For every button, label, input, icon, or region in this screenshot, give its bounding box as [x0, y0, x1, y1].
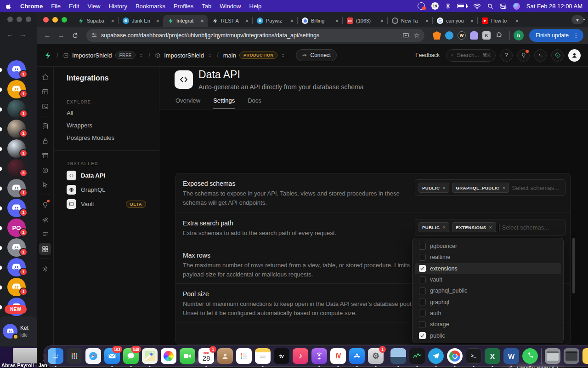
exposed-schemas-input[interactable]: PUBLIC×GRAPHQL_PUBLIC×Select schemas... — [415, 179, 565, 196]
search-input[interactable]: Search... ⌘K — [446, 49, 496, 62]
chevrons-updown-icon[interactable] — [207, 53, 212, 58]
tab-close-icon[interactable]: × — [469, 18, 475, 24]
dock-reminders[interactable] — [236, 348, 252, 364]
feedback-button[interactable]: Feedback — [415, 52, 440, 58]
address-bar[interactable]: supabase.com/dashboard/project/uhivnbfjg… — [86, 29, 424, 42]
tab-close-icon[interactable]: × — [514, 18, 520, 24]
menu-edit[interactable]: Edit — [69, 3, 79, 10]
unchecked-checkbox[interactable] — [419, 243, 426, 250]
apple-logo-icon[interactable] — [6, 2, 12, 10]
discord-server[interactable]: 1 — [0, 139, 37, 159]
dock-photos[interactable] — [161, 348, 176, 364]
menu-history[interactable]: History — [108, 3, 127, 10]
dock-safari[interactable] — [85, 348, 101, 364]
menu-profiles[interactable]: Profiles — [174, 3, 193, 10]
discord-server[interactable]: 1 — [0, 277, 37, 297]
spotlight-icon[interactable] — [487, 2, 493, 10]
zoom-window-button[interactable] — [62, 17, 67, 23]
installed-item-vault[interactable]: Vault BETA — [54, 197, 159, 211]
unchecked-checkbox[interactable] — [419, 299, 426, 305]
rail-item-table-editor[interactable] — [39, 86, 51, 98]
dock-news[interactable]: N — [330, 348, 346, 364]
dock-notes[interactable] — [255, 348, 271, 364]
menu-bookmarks[interactable]: Bookmarks — [136, 3, 165, 10]
wallet-icon[interactable]: W — [458, 31, 466, 40]
browser-tab[interactable]: Billing × — [298, 15, 342, 27]
schema-chip[interactable]: EXTENSIONS× — [452, 222, 496, 232]
install-app-icon[interactable] — [402, 32, 409, 39]
dock-settings[interactable]: ⚙ 1 — [368, 348, 384, 364]
dock-maps[interactable] — [142, 348, 158, 364]
dock-podcasts[interactable] — [311, 348, 327, 364]
unchecked-checkbox[interactable] — [419, 254, 426, 261]
dock-calendar[interactable]: FEB28 1 — [198, 348, 214, 364]
notifications-button[interactable] — [517, 49, 530, 62]
schema-option-realtime[interactable]: realtime — [415, 252, 561, 263]
schema-option-auth[interactable]: auth — [415, 308, 561, 319]
forward-button[interactable]: → — [55, 29, 67, 41]
dock-word[interactable]: W — [503, 348, 519, 364]
installed-item-graphql[interactable]: GraphQL — [54, 183, 159, 197]
org-breadcrumb[interactable]: ImpostorShield FREE — [63, 52, 144, 59]
rail-item-integrations[interactable] — [39, 243, 51, 255]
screen-record-icon[interactable] — [418, 2, 425, 10]
reload-button[interactable] — [69, 29, 81, 41]
tab-close-icon[interactable]: × — [379, 18, 384, 24]
dock-terminal[interactable]: >_ — [466, 348, 481, 364]
dock-contacts[interactable] — [217, 348, 233, 364]
menu-view[interactable]: View — [87, 3, 100, 10]
dock-mail[interactable]: 103 — [104, 348, 120, 364]
tab-settings[interactable]: Settings — [213, 97, 235, 109]
control-center-icon[interactable] — [500, 2, 507, 10]
tab-close-icon[interactable]: × — [424, 18, 430, 24]
rail-item-auth[interactable] — [39, 135, 51, 147]
schema-option-extensions[interactable]: extensions — [415, 263, 561, 274]
menu-chrome[interactable]: Chrome — [20, 3, 43, 10]
checked-checkbox[interactable] — [419, 265, 426, 272]
help-button[interactable]: ? — [500, 49, 513, 62]
site-settings-icon[interactable] — [91, 32, 97, 39]
tab-close-icon[interactable]: × — [289, 18, 294, 24]
dock-appstore[interactable] — [349, 348, 365, 364]
browser-tab[interactable]: Integrat × — [163, 15, 208, 27]
tab-close-icon[interactable]: × — [155, 18, 160, 24]
dock-appletv[interactable]: tv — [274, 348, 289, 364]
rail-item-realtime[interactable] — [39, 179, 51, 191]
menu-file[interactable]: File — [51, 3, 61, 10]
discord-server[interactable]: 1 — [0, 119, 37, 139]
project-breadcrumb[interactable]: ImpostorShield — [155, 52, 212, 59]
remove-chip-icon[interactable]: × — [502, 185, 505, 190]
schema-option-graphql_public[interactable]: graphql_public — [415, 285, 561, 296]
browser-profile-avatar[interactable]: b — [514, 30, 524, 40]
remove-chip-icon[interactable]: × — [489, 224, 492, 230]
browser-tab[interactable]: 1k+ (1063) × — [343, 15, 387, 27]
connect-button[interactable]: Connect — [296, 49, 337, 61]
metamask-icon[interactable] — [433, 31, 441, 40]
dock-minimized-window-2[interactable] — [564, 348, 579, 364]
keeper-icon[interactable]: K — [482, 31, 491, 40]
browser-tab[interactable]: New Ta × — [388, 15, 432, 27]
tab-close-icon[interactable]: × — [244, 18, 249, 24]
menu-bar-clock[interactable]: Sat Feb 28 12:00 AM — [526, 3, 582, 10]
dock-chrome[interactable] — [447, 348, 463, 364]
close-window-button[interactable] — [43, 17, 49, 23]
schema-option-vault[interactable]: vault — [415, 274, 561, 285]
explore-item-all[interactable]: All — [54, 107, 159, 119]
bluetooth-icon[interactable] — [445, 2, 451, 10]
browser-menu-icon[interactable]: ⋮ — [571, 32, 581, 39]
rail-item-edge-functions[interactable] — [39, 164, 51, 176]
dock-minimized-window-1[interactable] — [545, 348, 560, 364]
tab-close-icon[interactable]: × — [110, 18, 115, 24]
command-menu-button[interactable] — [534, 49, 547, 62]
schema-option-storage[interactable]: storage — [415, 319, 561, 330]
installed-item-data-api[interactable]: Data API — [54, 168, 159, 183]
dock-facetime[interactable] — [180, 348, 195, 364]
discord-server[interactable]: 1 — [0, 178, 37, 198]
rail-item-home[interactable] — [39, 71, 51, 83]
finish-update-button[interactable]: Finish update ⋮ — [529, 29, 583, 42]
discord-server[interactable]: 3 — [0, 159, 37, 178]
tab-close-icon[interactable]: × — [199, 18, 205, 24]
phantom-icon[interactable] — [470, 31, 478, 40]
status-button[interactable] — [551, 49, 564, 62]
notification-badge[interactable]: 19 — [431, 2, 439, 10]
